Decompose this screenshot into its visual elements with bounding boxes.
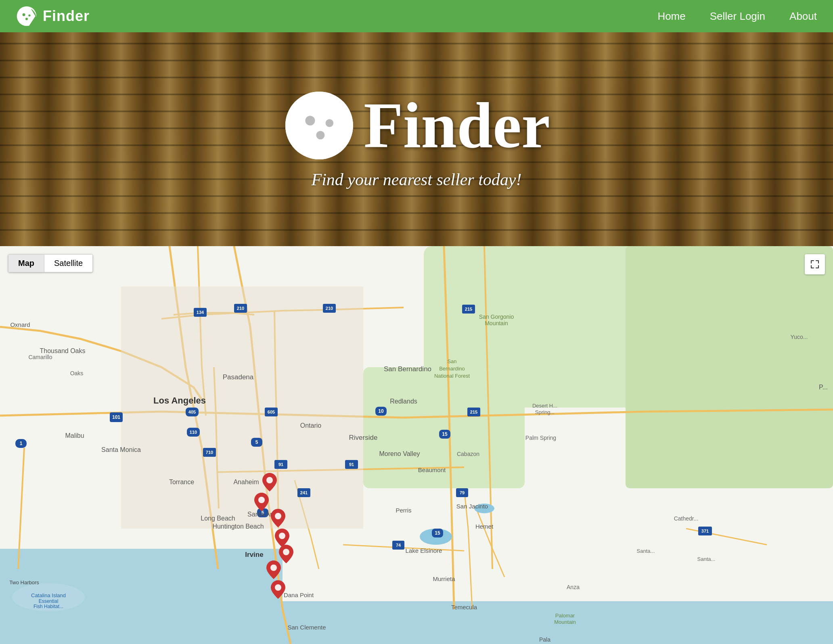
svg-text:215: 215 bbox=[470, 410, 477, 414]
fullscreen-icon bbox=[810, 260, 819, 269]
svg-point-7 bbox=[316, 131, 324, 140]
hero-title: Finder bbox=[364, 93, 550, 158]
svg-text:Mountain: Mountain bbox=[485, 320, 508, 326]
brand-title[interactable]: Finder bbox=[43, 8, 90, 25]
svg-text:San Bernardino: San Bernardino bbox=[384, 365, 431, 373]
svg-text:Santa...: Santa... bbox=[697, 556, 716, 562]
svg-text:San Clemente: San Clemente bbox=[287, 624, 326, 631]
map-marker-6[interactable] bbox=[266, 560, 281, 579]
svg-text:605: 605 bbox=[268, 410, 275, 414]
nav-seller-login[interactable]: Seller Login bbox=[710, 10, 765, 23]
svg-point-114 bbox=[258, 497, 265, 503]
navbar-brand[interactable]: Finder bbox=[16, 6, 90, 27]
svg-text:241: 241 bbox=[300, 490, 308, 495]
svg-text:Desert H...: Desert H... bbox=[532, 403, 557, 409]
map-marker-7[interactable] bbox=[271, 580, 285, 599]
svg-point-115 bbox=[266, 477, 273, 483]
svg-text:15: 15 bbox=[435, 530, 440, 536]
svg-point-2 bbox=[25, 18, 28, 20]
svg-text:15: 15 bbox=[442, 431, 448, 437]
svg-text:Riverside: Riverside bbox=[349, 434, 378, 441]
svg-text:10: 10 bbox=[378, 408, 384, 414]
svg-text:Murrieta: Murrieta bbox=[433, 575, 455, 582]
map-container[interactable]: 101 134 210 215 405 110 605 710 bbox=[0, 246, 833, 644]
map-type-control: Map Satellite bbox=[8, 254, 93, 272]
svg-text:Thousand Oaks: Thousand Oaks bbox=[40, 347, 86, 354]
svg-point-116 bbox=[275, 513, 281, 519]
svg-text:San Gorgonio: San Gorgonio bbox=[479, 314, 514, 320]
svg-rect-16 bbox=[121, 286, 363, 529]
svg-text:Camarillo: Camarillo bbox=[28, 354, 52, 360]
svg-text:Cathedr...: Cathedr... bbox=[674, 515, 699, 522]
svg-text:79: 79 bbox=[460, 490, 465, 495]
svg-text:5: 5 bbox=[255, 439, 258, 445]
svg-text:National Forest: National Forest bbox=[434, 373, 470, 379]
svg-text:San: San bbox=[447, 358, 456, 364]
svg-text:1: 1 bbox=[20, 441, 23, 446]
svg-point-8 bbox=[326, 119, 334, 127]
hero-section: Finder Find your nearest seller today! bbox=[0, 32, 833, 246]
map-marker-3[interactable] bbox=[271, 509, 285, 527]
svg-text:91: 91 bbox=[278, 462, 283, 467]
svg-text:110: 110 bbox=[190, 430, 197, 435]
hero-cookie-icon bbox=[283, 89, 356, 162]
map-tab[interactable]: Map bbox=[8, 255, 44, 272]
svg-text:Cabazon: Cabazon bbox=[457, 451, 479, 457]
svg-text:710: 710 bbox=[206, 450, 213, 455]
svg-text:San Jacinto: San Jacinto bbox=[456, 503, 488, 510]
svg-text:Huntington Beach: Huntington Beach bbox=[212, 523, 264, 530]
svg-rect-12 bbox=[626, 246, 833, 488]
svg-text:P...: P... bbox=[819, 384, 828, 391]
svg-point-120 bbox=[275, 584, 281, 591]
nav-home[interactable]: Home bbox=[657, 10, 685, 23]
svg-text:Los Angeles: Los Angeles bbox=[153, 395, 206, 406]
svg-text:Malibu: Malibu bbox=[65, 432, 84, 439]
map-fullscreen-button[interactable] bbox=[805, 254, 825, 274]
svg-text:Torrance: Torrance bbox=[169, 479, 194, 485]
svg-text:Fish Habitat...: Fish Habitat... bbox=[33, 604, 63, 609]
map-marker-1[interactable] bbox=[254, 493, 269, 511]
svg-text:Redlands: Redlands bbox=[390, 398, 417, 405]
svg-text:Pasadena: Pasadena bbox=[223, 373, 254, 381]
svg-text:Irvine: Irvine bbox=[245, 551, 263, 558]
svg-text:210: 210 bbox=[326, 306, 333, 311]
svg-text:Catalina Island: Catalina Island bbox=[31, 592, 66, 598]
map-marker-2[interactable] bbox=[262, 473, 277, 491]
svg-text:91: 91 bbox=[349, 462, 354, 467]
svg-text:Temecula: Temecula bbox=[451, 604, 477, 611]
svg-text:215: 215 bbox=[465, 307, 472, 312]
svg-text:Santa Monica: Santa Monica bbox=[101, 446, 141, 453]
svg-text:Bernardino: Bernardino bbox=[439, 366, 465, 372]
svg-text:405: 405 bbox=[188, 410, 196, 414]
navbar: Finder Home Seller Login About bbox=[0, 0, 833, 32]
svg-text:Essential: Essential bbox=[39, 598, 59, 604]
svg-text:Yuco...: Yuco... bbox=[791, 334, 808, 340]
svg-text:Long Beach: Long Beach bbox=[201, 515, 235, 522]
brand-cookie-icon bbox=[16, 6, 37, 27]
satellite-tab[interactable]: Satellite bbox=[44, 255, 92, 272]
svg-text:Beaumont: Beaumont bbox=[418, 466, 446, 473]
hero-content: Finder Find your nearest seller today! bbox=[283, 89, 550, 189]
svg-point-118 bbox=[283, 549, 289, 555]
svg-text:Lake Elsinore: Lake Elsinore bbox=[406, 547, 442, 554]
svg-text:Perris: Perris bbox=[396, 507, 411, 514]
hero-subtitle: Find your nearest seller today! bbox=[311, 170, 521, 189]
svg-text:Santa...: Santa... bbox=[637, 548, 655, 554]
map-marker-5[interactable] bbox=[279, 545, 293, 563]
map-svg: 101 134 210 215 405 110 605 710 bbox=[0, 246, 833, 644]
svg-text:Palomar: Palomar bbox=[555, 613, 575, 619]
svg-text:74: 74 bbox=[396, 543, 401, 548]
svg-text:Anaheim: Anaheim bbox=[233, 479, 259, 485]
map-section: 101 134 210 215 405 110 605 710 bbox=[0, 246, 833, 644]
svg-text:Oxnard: Oxnard bbox=[10, 321, 30, 328]
svg-text:Spring...: Spring... bbox=[535, 409, 555, 415]
svg-text:134: 134 bbox=[197, 310, 204, 315]
svg-text:Hemet: Hemet bbox=[475, 523, 494, 530]
hero-logo-row: Finder bbox=[283, 89, 550, 162]
svg-text:Oaks: Oaks bbox=[70, 370, 84, 376]
svg-text:Ontario: Ontario bbox=[300, 422, 322, 429]
svg-text:Moreno Valley: Moreno Valley bbox=[379, 450, 420, 457]
nav-about[interactable]: About bbox=[789, 10, 817, 23]
svg-text:371: 371 bbox=[701, 529, 709, 533]
svg-text:101: 101 bbox=[112, 414, 120, 420]
